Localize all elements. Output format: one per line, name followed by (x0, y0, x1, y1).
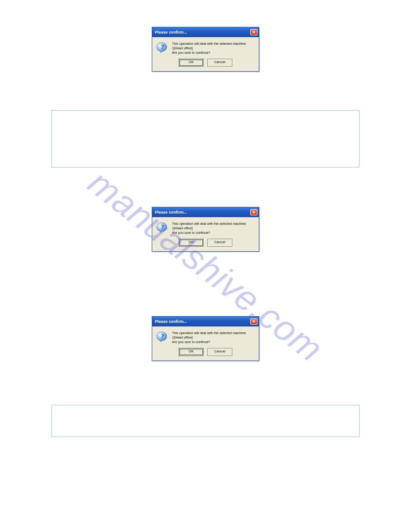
confirm-dialog: Please confirm... ✕ ? (152, 27, 259, 72)
ok-button[interactable]: OK (179, 239, 204, 247)
close-button[interactable]: ✕ (250, 209, 257, 215)
dialog-button-row: OK Cancel (152, 237, 259, 251)
close-icon: ✕ (252, 319, 256, 324)
dialog-line: This operation will deal with the select… (172, 222, 247, 226)
dialog-button-row: OK Cancel (152, 57, 259, 71)
confirm-dialog: Please confirm... ✕ ? This operation wil… (152, 207, 259, 252)
content-box (51, 110, 360, 167)
spacer (51, 176, 360, 207)
spacer (51, 370, 360, 400)
question-icon: ? (156, 42, 168, 54)
svg-text:?: ? (161, 44, 164, 51)
dialog-line: Are you sure to continue? (172, 231, 247, 235)
cancel-button[interactable]: Cancel (207, 59, 232, 67)
question-icon: ? (156, 222, 168, 234)
dialog-titlebar: Please confirm... ✕ (152, 317, 259, 326)
dialog-line: This operation will deal with the select… (172, 331, 247, 335)
spacer (51, 261, 360, 291)
dialog-line: 1[Head office] (172, 226, 247, 231)
ok-button[interactable]: OK (179, 59, 204, 67)
spacer (51, 81, 360, 106)
dialog-line: Are you sure to continue? (172, 51, 247, 55)
confirm-dialog: Please confirm... ✕ ? This operation wil… (152, 316, 259, 361)
dialog-body: ? This operation will deal with the sele… (152, 37, 259, 57)
svg-text:?: ? (161, 333, 164, 340)
question-icon: ? (156, 331, 168, 343)
dialog-title: Please confirm... (155, 30, 187, 34)
dialog-body: ? This operation will deal with the sele… (152, 326, 259, 346)
dialog-message: This operation will deal with the select… (172, 42, 247, 55)
ok-button[interactable]: OK (179, 348, 204, 356)
dialog-line: 1[Head office] (172, 46, 247, 51)
dialog-message: This operation will deal with the select… (172, 222, 247, 235)
dialog-titlebar: Please confirm... ✕ (152, 27, 259, 37)
close-button[interactable]: ✕ (250, 318, 257, 325)
dialog-line: Are you sure to continue? (172, 340, 247, 344)
cancel-button[interactable]: Cancel (207, 239, 232, 247)
dialog-line: This operation will deal with the select… (172, 42, 247, 46)
dialog-body: ? This operation will deal with the sele… (152, 217, 259, 237)
dialog-title: Please confirm... (155, 210, 187, 215)
spacer (51, 291, 360, 316)
close-icon: ✕ (252, 210, 256, 215)
svg-text:?: ? (161, 224, 164, 231)
document-page: manualshive.com Please confirm... ✕ (0, 0, 411, 532)
dialog-button-row: OK Cancel (152, 346, 259, 360)
dialog-titlebar: Please confirm... ✕ (152, 207, 259, 217)
close-icon: ✕ (252, 30, 256, 34)
content-box (51, 405, 360, 437)
cancel-button[interactable]: Cancel (207, 348, 232, 356)
dialog-title: Please confirm... (155, 319, 187, 324)
dialog-message: This operation will deal with the select… (172, 331, 247, 344)
close-button[interactable]: ✕ (250, 29, 257, 35)
dialog-line: 1[Head office] (172, 335, 247, 340)
